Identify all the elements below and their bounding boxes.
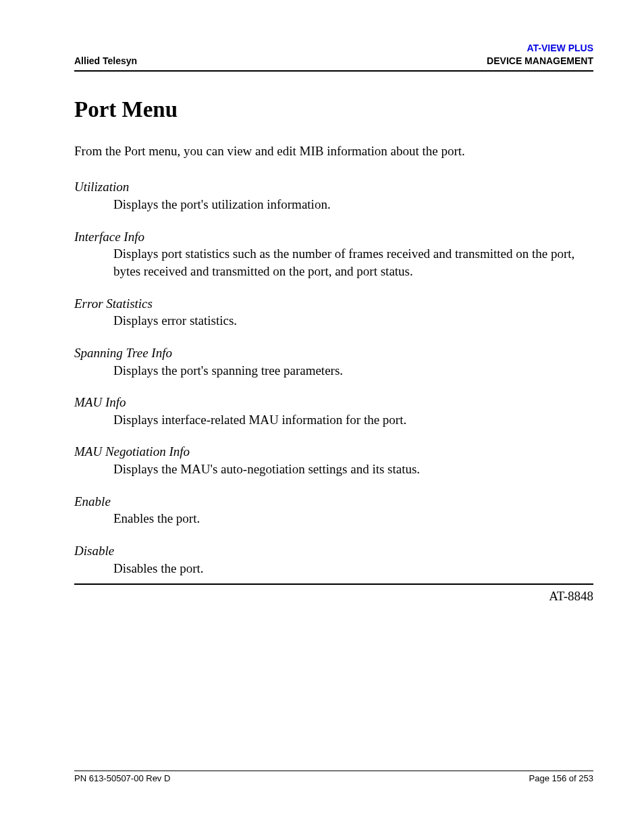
definition-desc: Displays the port's utilization informat… [74, 196, 593, 213]
definition-entry: MAU Negotiation Info Displays the MAU's … [74, 443, 593, 477]
product-name: AT-VIEW PLUS [487, 42, 593, 55]
definition-term: MAU Negotiation Info [74, 443, 593, 461]
definition-entry: Enable Enables the port. [74, 493, 593, 527]
definition-term: Error Statistics [74, 295, 593, 313]
definition-term: MAU Info [74, 394, 593, 411]
definition-desc: Displays the port's spanning tree parame… [74, 362, 593, 380]
page-header: Allied Telesyn AT-VIEW PLUS DEVICE MANAG… [74, 42, 593, 68]
definition-entry: Utilization Displays the port's utilizat… [74, 178, 593, 213]
section-rule [74, 583, 593, 585]
definition-entry: Disable Disables the port. [74, 542, 593, 577]
definition-desc: Displays port statistics such as the num… [74, 245, 593, 280]
definition-desc: Displays error statistics. [74, 312, 593, 330]
page-title: Port Menu [74, 97, 593, 122]
section-name: DEVICE MANAGEMENT [487, 55, 593, 68]
definition-term: Utilization [74, 178, 593, 196]
definition-term: Spanning Tree Info [74, 344, 593, 362]
page-footer: PN 613-50507-00 Rev D Page 156 of 253 [74, 771, 593, 783]
definition-term: Disable [74, 542, 593, 560]
definition-entry: Error Statistics Displays error statisti… [74, 295, 593, 330]
definition-entry: MAU Info Displays interface-related MAU … [74, 394, 593, 428]
intro-text: From the Port menu, you can view and edi… [74, 142, 593, 160]
definition-entry: Spanning Tree Info Displays the port's s… [74, 344, 593, 379]
footer-right: Page 156 of 253 [529, 773, 593, 783]
definition-term: Interface Info [74, 228, 593, 246]
definition-desc: Displays interface-related MAU informati… [74, 411, 593, 429]
header-left: Allied Telesyn [74, 55, 137, 68]
model-label: AT-8848 [74, 589, 593, 604]
definition-desc: Disables the port. [74, 560, 593, 577]
footer-rule [74, 771, 593, 771]
definition-desc: Enables the port. [74, 510, 593, 527]
definition-entry: Interface Info Displays port statistics … [74, 228, 593, 280]
header-rule [74, 70, 593, 72]
definition-desc: Displays the MAU's auto-negotiation sett… [74, 461, 593, 478]
footer-left: PN 613-50507-00 Rev D [74, 773, 170, 783]
footer-row: PN 613-50507-00 Rev D Page 156 of 253 [74, 773, 593, 783]
definition-term: Enable [74, 493, 593, 511]
header-right: AT-VIEW PLUS DEVICE MANAGEMENT [487, 42, 593, 68]
page: Allied Telesyn AT-VIEW PLUS DEVICE MANAG… [0, 0, 644, 834]
